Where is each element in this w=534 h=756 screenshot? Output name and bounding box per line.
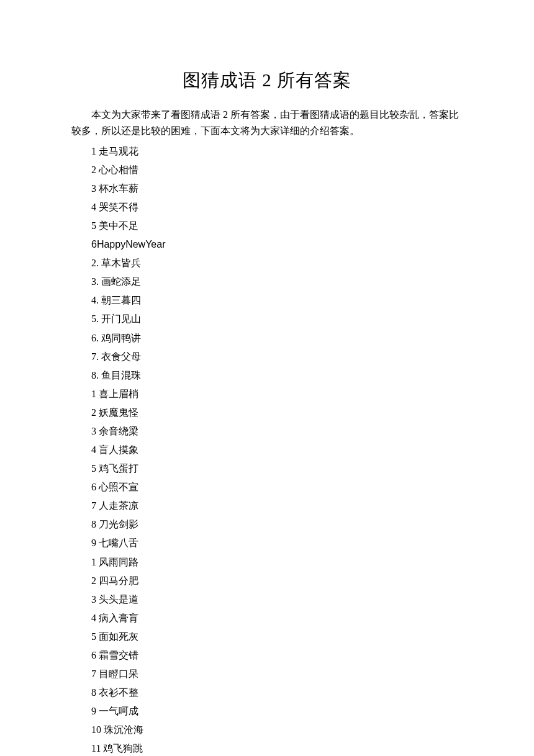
list-item: 7 目瞪口呆	[91, 665, 463, 683]
list-item: 8. 鱼目混珠	[91, 366, 463, 385]
list-item: 4. 朝三暮四	[91, 291, 463, 310]
list-item: 10 珠沉沧海	[91, 721, 463, 739]
list-item: 3. 画蛇添足	[91, 272, 463, 291]
page-title: 图猜成语 2 所有答案	[71, 68, 463, 93]
list-item: 2 四马分肥	[91, 572, 463, 590]
list-item: 2. 草木皆兵	[91, 254, 463, 272]
list-item: 8 刀光剑影	[91, 515, 463, 534]
list-item: 5 美中不足	[91, 217, 463, 235]
list-item: 9 一气呵成	[91, 702, 463, 721]
intro-paragraph: 本文为大家带来了看图猜成语 2 所有答案，由于看图猜成语的题目比较杂乱，答案比较…	[71, 107, 463, 140]
list-item: 6HappyNewYear	[91, 235, 463, 254]
list-item: 1 风雨同路	[91, 553, 463, 572]
list-item: 1 喜上眉梢	[91, 385, 463, 403]
list-item: 1 走马观花	[91, 142, 463, 161]
list-item: 4 病入膏肓	[91, 609, 463, 628]
list-item: 3 头头是道	[91, 590, 463, 609]
list-item: 5. 开门见山	[91, 310, 463, 328]
list-item: 3 杯水车薪	[91, 179, 463, 198]
list-item: 7. 衣食父母	[91, 348, 463, 366]
list-item: 4 哭笑不得	[91, 198, 463, 217]
list-item: 7 人走茶凉	[91, 497, 463, 515]
list-item: 6 霜雪交错	[91, 646, 463, 665]
list-item: 2 妖魔鬼怪	[91, 403, 463, 422]
list-item: 9 七嘴八舌	[91, 534, 463, 552]
list-item: 8 衣衫不整	[91, 683, 463, 702]
list-item: 5 面如死灰	[91, 628, 463, 646]
list-item: 6. 鸡同鸭讲	[91, 329, 463, 348]
list-item: 2 心心相惜	[91, 161, 463, 179]
list-item: 11 鸡飞狗跳	[91, 739, 463, 756]
answer-list: 1 走马观花 2 心心相惜 3 杯水车薪 4 哭笑不得 5 美中不足 6Happ…	[71, 142, 463, 756]
list-item: 4 盲人摸象	[91, 441, 463, 459]
list-item: 6 心照不宣	[91, 478, 463, 497]
list-item: 5 鸡飞蛋打	[91, 459, 463, 478]
list-item: 3 余音绕梁	[91, 422, 463, 441]
